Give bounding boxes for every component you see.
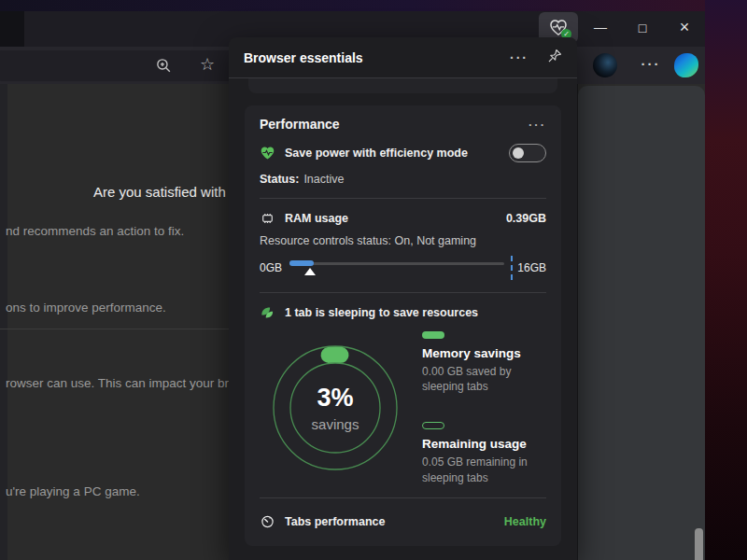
popup-title: Browser essentials — [244, 50, 510, 65]
page-text-recommends: nd recommends an action to fix. — [6, 224, 184, 238]
minimize-button[interactable]: — — [586, 15, 614, 43]
efficiency-heart-icon — [260, 146, 275, 161]
desktop-wallpaper-right — [705, 0, 747, 560]
legend-remaining-usage: Remaining usage 0.05 GB remaining in sle… — [422, 422, 546, 484]
donut-percent-text: 3% — [317, 384, 353, 412]
ram-min-label: 0GB — [260, 261, 282, 274]
tabs-performance-status: Healthy — [504, 515, 546, 528]
slider-track-line — [289, 262, 504, 265]
card-divider — [260, 292, 546, 293]
performance-card: Performance ··· Save power with efficien… — [245, 105, 561, 546]
desktop-wallpaper-top — [0, 0, 747, 11]
popup-header: Browser essentials ··· — [229, 37, 577, 78]
titlebar-corner — [0, 11, 24, 47]
remaining-usage-desc: 0.05 GB remaining in sleeping tabs — [422, 455, 545, 484]
slider-marker[interactable] — [304, 268, 316, 275]
ram-chip-icon — [260, 211, 275, 226]
resource-controls-status: Resource controls status: On, Not gaming — [260, 234, 546, 247]
popup-more-button[interactable]: ··· — [510, 50, 529, 65]
ram-usage-value: 0.39GB — [506, 212, 546, 225]
status-value: Inactive — [303, 173, 344, 186]
savings-donut-chart: 3% savings — [260, 324, 411, 488]
page-text-game: u're playing a PC game. — [6, 484, 140, 498]
ram-max-marker — [511, 256, 513, 280]
slider-fill — [289, 260, 314, 266]
remaining-usage-title: Remaining usage — [422, 437, 546, 451]
settings-more-button[interactable]: ··· — [636, 56, 666, 72]
outline-pill-icon — [422, 422, 444, 429]
page-text-improve: ons to improve performance. — [6, 301, 166, 315]
close-button[interactable]: × — [670, 15, 698, 43]
page-heading-text: Are you satisfied with pe — [93, 184, 246, 200]
zoom-in-icon[interactable] — [155, 57, 173, 78]
tabs-performance-label: Tabs performance — [285, 515, 385, 528]
favorites-star-icon[interactable]: ☆ — [200, 54, 215, 75]
performance-more-button[interactable]: ··· — [529, 118, 546, 132]
performance-title: Performance — [260, 117, 340, 132]
legend-memory-savings: Memory savings 0.00 GB saved by sleeping… — [422, 331, 546, 394]
toggle-knob — [513, 147, 524, 159]
page-scrollbar[interactable] — [695, 528, 703, 560]
profile-avatar[interactable] — [593, 53, 617, 77]
sleeping-leaf-icon — [260, 305, 275, 320]
memory-savings-desc: 0.00 GB saved by sleeping tabs — [422, 364, 545, 394]
ram-slider[interactable]: 0GB 16GB — [260, 256, 546, 280]
savings-chart-area: 3% savings Memory savings 0.00 GB saved … — [260, 324, 546, 488]
donut-caption-text: savings — [312, 416, 359, 432]
pin-icon[interactable] — [547, 49, 562, 67]
page-text-impact: rowser can use. This can impact your bro… — [6, 376, 245, 390]
maximize-button[interactable]: □ — [628, 15, 656, 43]
filled-pill-icon — [422, 331, 444, 339]
efficiency-mode-label: Save power with efficiency mode — [285, 147, 468, 160]
screen: ✓ — □ × ☆ ··· Are you satisfied with pe … — [0, 0, 747, 560]
ram-slider-track[interactable] — [289, 258, 504, 278]
efficiency-mode-toggle[interactable] — [509, 144, 546, 162]
scrolled-card-edge — [248, 78, 557, 93]
card-divider — [260, 198, 546, 199]
donut-legend: Memory savings 0.00 GB saved by sleeping… — [411, 324, 546, 488]
status-label: Status: — [260, 173, 299, 186]
sleeping-tabs-label: 1 tab is sleeping to save resources — [285, 306, 478, 319]
gauge-icon — [260, 514, 275, 529]
card-divider — [260, 497, 546, 498]
sidebar-pane — [578, 86, 705, 560]
browser-essentials-popup: Browser essentials ··· Performance ··· — [229, 37, 577, 560]
ram-usage-label: RAM usage — [285, 212, 348, 225]
memory-savings-title: Memory savings — [422, 346, 546, 360]
ram-max-label: 16GB — [517, 261, 546, 274]
